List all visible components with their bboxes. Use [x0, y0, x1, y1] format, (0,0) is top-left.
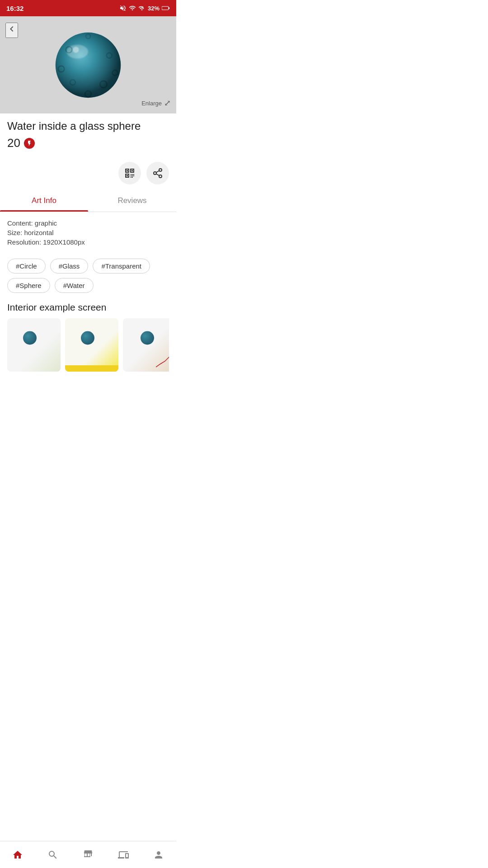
status-icons: 32%: [119, 5, 170, 12]
tab-art-info[interactable]: Art Info: [0, 190, 88, 212]
interior-section: Interior example screen: [0, 297, 176, 376]
art-info-content: Content: graphic Size: horizontal Resolu…: [0, 212, 176, 252]
svg-rect-29: [132, 177, 133, 178]
enlarge-label: Enlarge: [141, 100, 162, 107]
svg-line-33: [156, 174, 160, 176]
thumbnail-1[interactable]: [7, 318, 61, 372]
thumbnail-3[interactable]: [123, 318, 169, 372]
product-title: Water inside a glass sphere: [7, 120, 169, 132]
enlarge-icon: ⤢: [164, 98, 171, 108]
svg-rect-26: [133, 174, 134, 175]
wifi-icon: [129, 5, 136, 12]
tag-water[interactable]: #Water: [55, 278, 94, 293]
svg-rect-25: [132, 175, 133, 176]
svg-point-32: [159, 175, 162, 178]
thumbnail-2[interactable]: [65, 318, 118, 372]
svg-rect-28: [131, 177, 131, 178]
product-info: Water inside a glass sphere 20: [0, 113, 176, 159]
chart-lines: [156, 351, 169, 369]
tag-circle[interactable]: #Circle: [7, 259, 46, 274]
tabs-container: Art Info Reviews: [0, 190, 176, 212]
svg-rect-22: [131, 174, 131, 175]
bolt-icon: [26, 140, 33, 146]
price-value: 20: [7, 136, 20, 150]
signal-icon: [138, 5, 145, 12]
product-price: 20: [7, 136, 169, 150]
product-sphere: [50, 27, 127, 104]
svg-point-14: [73, 47, 79, 53]
svg-rect-19: [131, 170, 133, 171]
svg-rect-27: [133, 175, 134, 176]
tag-glass[interactable]: #Glass: [50, 259, 89, 274]
action-buttons-row: [0, 159, 176, 190]
qr-code-button[interactable]: [118, 162, 141, 184]
svg-rect-2: [169, 7, 169, 9]
svg-rect-24: [131, 175, 131, 176]
battery-text: 32%: [148, 5, 160, 12]
status-time: 16:32: [6, 5, 23, 12]
tags-container: #Circle #Glass #Transparent #Sphere #Wat…: [0, 252, 176, 297]
size-info: Size: horizontal: [7, 229, 169, 236]
svg-line-34: [156, 171, 160, 173]
currency-badge: [24, 138, 35, 149]
tab-reviews[interactable]: Reviews: [88, 190, 176, 212]
thumbnails-row: [7, 318, 169, 372]
interior-section-title: Interior example screen: [7, 302, 169, 313]
content-type: Content: graphic: [7, 219, 169, 227]
enlarge-button[interactable]: Enlarge ⤢: [141, 98, 171, 108]
svg-point-30: [159, 169, 162, 171]
svg-rect-1: [162, 7, 164, 9]
share-button[interactable]: [146, 162, 169, 184]
hero-image-container: Enlarge ⤢: [0, 16, 176, 113]
svg-rect-20: [127, 175, 128, 176]
svg-rect-23: [132, 174, 133, 175]
svg-rect-18: [127, 170, 128, 171]
share-icon: [152, 168, 163, 179]
tag-transparent[interactable]: #Transparent: [93, 259, 150, 274]
tag-sphere[interactable]: #Sphere: [7, 278, 50, 293]
status-bar: 16:32 32%: [0, 0, 176, 16]
back-button[interactable]: [5, 23, 18, 38]
svg-point-31: [154, 172, 156, 175]
battery-icon: [162, 5, 170, 11]
svg-point-4: [56, 32, 121, 98]
qr-icon: [124, 168, 135, 179]
resolution-info: Resolution: 1920X1080px: [7, 238, 169, 246]
mute-icon: [119, 5, 127, 12]
